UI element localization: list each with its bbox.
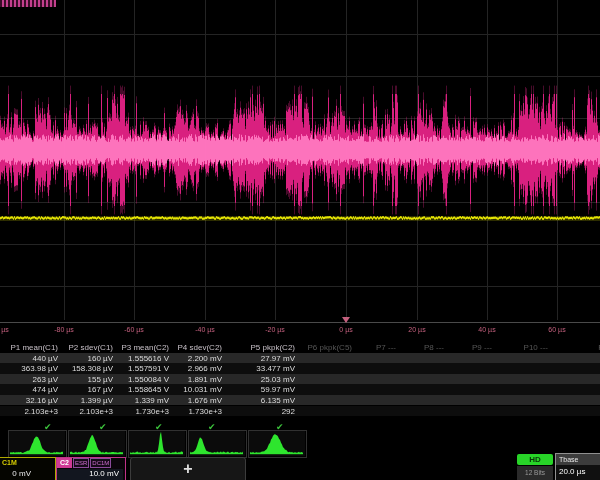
c1-coupling-badge: C1M — [2, 459, 17, 466]
c2-esr-badge: ESR — [73, 458, 89, 468]
timebase-title: Tbase — [556, 454, 600, 465]
footer-bar: C1M 0 mV C2 ESR DC1M 10.0 mV + HD 12 Bit… — [0, 0, 600, 480]
c2-descriptor[interactable]: C2 ESR DC1M 10.0 mV — [56, 457, 126, 480]
c1-scale-value: 0 mV — [0, 469, 31, 478]
c2-scale-value: 10.0 mV — [57, 469, 123, 480]
plus-icon: + — [183, 460, 192, 477]
timebase-descriptor[interactable]: Tbase 20.0 µs — [555, 453, 600, 480]
hd-bits-label: 12 Bits — [517, 466, 553, 480]
c2-coupling-badge: DC1M — [90, 458, 111, 468]
oscilloscope-screen: -100 µs-80 µs-60 µs-40 µs-20 µs0 µs20 µs… — [0, 0, 600, 480]
c1-descriptor[interactable]: C1M 0 mV — [0, 457, 56, 480]
hd-mode-badge[interactable]: HD — [517, 454, 553, 465]
timebase-scale-value: 20.0 µs — [556, 465, 600, 476]
c2-channel-badge: C2 — [57, 458, 72, 468]
add-trace-button[interactable]: + — [130, 457, 246, 480]
